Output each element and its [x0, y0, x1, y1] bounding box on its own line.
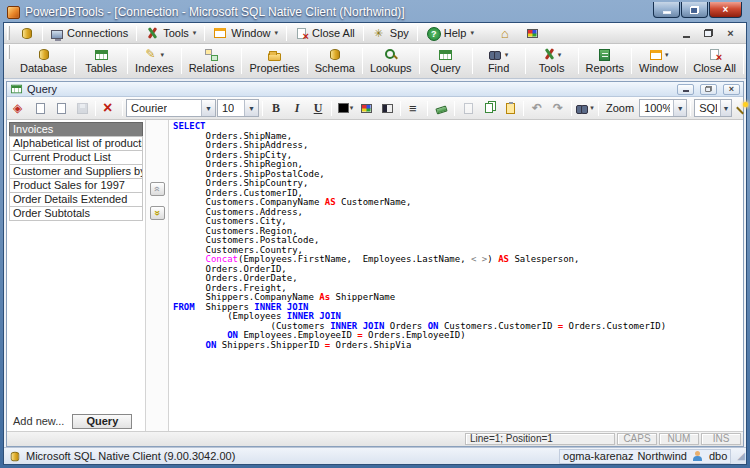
list-item[interactable]: Product Sales for 1997 [9, 178, 143, 193]
menu-help[interactable]: Help▾ [420, 24, 480, 42]
collapse-up-button[interactable]: » [150, 182, 165, 196]
sql-token: AS [498, 254, 509, 264]
menu-style[interactable] [520, 24, 545, 42]
resize-grip[interactable]: ◢ [737, 451, 745, 461]
toolbar-button-relations[interactable]: Relations [183, 45, 241, 77]
open-button[interactable] [51, 99, 71, 118]
list-item[interactable]: Order Subtotals [9, 206, 143, 221]
toolbar-button-properties[interactable]: Properties [243, 45, 305, 77]
query-titlebar[interactable]: Query × [7, 82, 743, 97]
italic-button[interactable]: I [287, 99, 307, 118]
toolbar-separator [241, 48, 242, 74]
query-minimize-button[interactable] [677, 84, 694, 95]
titlebar[interactable]: PowerDBTools - [Connection - Microsoft S… [3, 0, 747, 22]
list-item[interactable]: Invoices [9, 122, 143, 137]
toolbar-button-lookups[interactable]: Lookups [364, 45, 418, 77]
dropdown-arrow-icon[interactable]: ▼ [720, 100, 731, 116]
wizard-button[interactable] [733, 99, 750, 118]
dropdown-arrow-icon[interactable]: ▼ [244, 100, 258, 116]
menu-connections[interactable]: Connections [45, 24, 134, 42]
execute-icon [12, 102, 26, 115]
statusbar-left: Microsoft SQL Native Client (9.00.3042.0… [8, 450, 555, 463]
undo-button: ↶ [527, 99, 547, 118]
sql-mode-combo[interactable]: SQL▼ [694, 99, 732, 117]
toolbar-button-indexes[interactable]: ▾Indexes [129, 45, 180, 77]
dropdown-arrow-icon: ▾ [193, 29, 197, 37]
font-color-button[interactable]: ▾ [335, 99, 355, 118]
sql-token: Orders.CustomerID) [563, 321, 666, 331]
dropdown-arrow-icon[interactable]: ▼ [201, 100, 215, 116]
toolbar-button-help[interactable]: Help [745, 45, 750, 77]
toolbar-grip[interactable] [7, 45, 10, 59]
font-family-combo[interactable]: Courier▼ [126, 99, 216, 117]
toolbar-button-reports[interactable]: Reports [580, 45, 631, 77]
menu-database-quick[interactable] [14, 24, 40, 42]
toolbar-button-schema[interactable]: Schema [309, 45, 361, 77]
add-new-link[interactable]: Add new... [13, 415, 64, 427]
toolbar-icon-row [268, 47, 281, 62]
toolbar-button-tables[interactable]: Tables [76, 45, 126, 77]
sql-editor[interactable]: SELECT Orders.ShipName, Orders.ShipAddre… [169, 120, 743, 431]
menu-window[interactable]: Window▾ [207, 24, 284, 42]
mdi-restore-button[interactable] [699, 26, 718, 41]
splitter[interactable]: » » [145, 120, 169, 431]
toolbar-button-label: Schema [315, 62, 355, 75]
underline-glyph: U [314, 101, 323, 116]
copy-button[interactable] [479, 99, 499, 118]
toolbar-button-database[interactable]: Database [14, 45, 73, 77]
collapse-down-button[interactable]: » [150, 206, 165, 220]
menu-home[interactable] [494, 24, 520, 42]
list-item[interactable]: Order Details Extended [9, 192, 143, 207]
query-restore-button[interactable] [700, 84, 717, 95]
close-button[interactable]: × [709, 2, 742, 18]
mdi-minimize-button[interactable] [677, 26, 696, 41]
restore-icon [690, 6, 699, 14]
toolbar-button-window[interactable]: ▾Window [633, 45, 684, 77]
tab-query[interactable]: Query [72, 414, 132, 429]
dropdown-arrow-icon: ▾ [505, 51, 509, 59]
toolbar-button-query[interactable]: Query [421, 45, 471, 77]
sql-token: Orders.ShipName, [173, 131, 292, 141]
sql-line: ON Shippers.ShipperID = Orders.ShipVia [173, 341, 743, 351]
toolbar-button-label: Relations [189, 62, 235, 75]
provider-text: Microsoft SQL Native Client (9.00.3042.0… [26, 450, 235, 462]
highlight-color-button[interactable] [356, 99, 376, 118]
query-icon [439, 50, 452, 60]
execute-button[interactable] [9, 99, 29, 118]
maximize-button[interactable] [681, 2, 708, 18]
paste-button[interactable] [500, 99, 520, 118]
status-flag-ins: INS [701, 433, 741, 445]
window-title: PowerDBTools - [Connection - Microsoft S… [25, 5, 648, 19]
toolbar-grip[interactable] [7, 26, 10, 40]
window-icon [214, 28, 226, 38]
dropdown-arrow-icon[interactable]: ▼ [673, 100, 686, 116]
mdi-close-button[interactable]: × [721, 26, 740, 41]
toolbar-button-find[interactable]: ▾Find [474, 45, 524, 77]
zoom-combo[interactable]: 100%▼ [639, 99, 687, 117]
sql-token: INNER JOIN [254, 302, 308, 312]
underline-button[interactable]: U [308, 99, 328, 118]
minimize-button[interactable] [653, 2, 680, 18]
new-button[interactable] [30, 99, 50, 118]
list-item[interactable]: Alphabetical list of products [9, 136, 143, 151]
query-close-button[interactable]: × [723, 84, 740, 95]
menu-tools[interactable]: Tools▾ [139, 24, 202, 42]
menu-close-all[interactable]: Close All [289, 24, 361, 42]
background-color-button[interactable] [377, 99, 397, 118]
font-size-combo[interactable]: 10▼ [217, 99, 259, 117]
menu-spy[interactable]: Spy [366, 24, 415, 42]
find-button[interactable]: ▾ [575, 99, 595, 118]
delete-button[interactable] [99, 99, 119, 118]
toolbar-button-tools[interactable]: ▾Tools [527, 45, 577, 77]
menubar-separator [204, 26, 205, 41]
sql-token: SELECT [173, 121, 206, 131]
list-item[interactable]: Customer and Suppliers by ... [9, 164, 143, 179]
dropdown-arrow-icon: ▾ [558, 51, 562, 59]
paragraph-button[interactable] [404, 99, 424, 118]
toolbar-separator [427, 101, 428, 116]
toolbar-button-close-all[interactable]: Close All [687, 45, 742, 77]
sql-token: ShipperName [330, 292, 395, 302]
list-item[interactable]: Current Product List [9, 150, 143, 165]
clear-formatting-button[interactable] [431, 99, 451, 118]
bold-button[interactable]: B [266, 99, 286, 118]
